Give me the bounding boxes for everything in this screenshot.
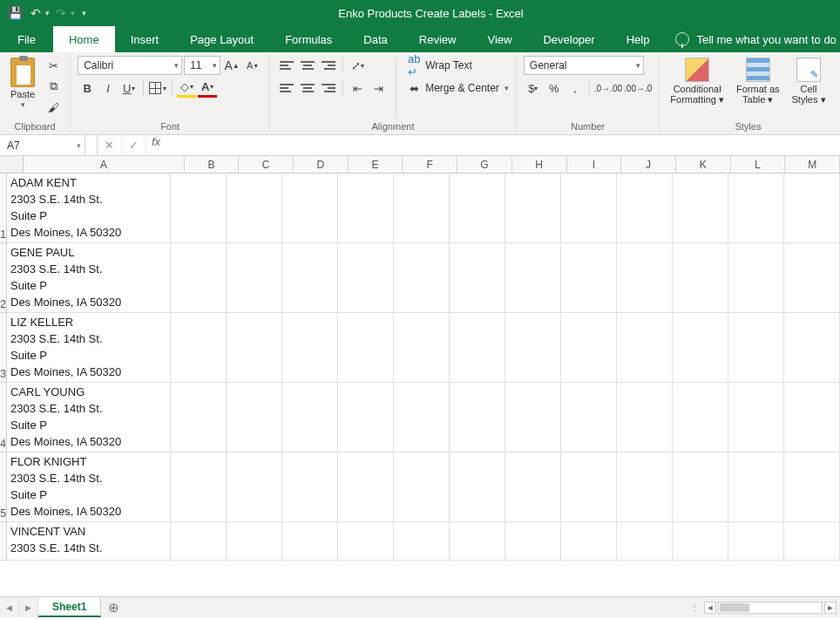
column-header-K[interactable]: K: [676, 156, 731, 173]
cell[interactable]: [673, 522, 728, 560]
cell[interactable]: [282, 313, 338, 382]
cell[interactable]: [561, 313, 617, 382]
cell[interactable]: [450, 173, 505, 242]
font-name-select[interactable]: Calibri: [78, 56, 182, 75]
cell[interactable]: [617, 243, 673, 312]
paste-button[interactable]: Paste ▾: [7, 56, 38, 112]
cell[interactable]: [728, 383, 784, 452]
tab-help[interactable]: Help: [611, 26, 666, 52]
cancel-formula-button[interactable]: ✕: [98, 135, 122, 155]
cell[interactable]: [171, 383, 227, 452]
cell[interactable]: [227, 452, 282, 521]
cell[interactable]: [338, 313, 394, 382]
cell[interactable]: [728, 452, 784, 521]
cell[interactable]: [338, 452, 394, 521]
cell[interactable]: [728, 173, 784, 242]
merge-center-button[interactable]: ⬌ Merge & Center ▾: [404, 78, 509, 98]
cell[interactable]: CARL YOUNG 2303 S.E. 14th St. Suite P De…: [7, 383, 171, 452]
undo-icon[interactable]: ↶: [26, 3, 45, 23]
column-header-F[interactable]: F: [403, 156, 457, 173]
cell[interactable]: [505, 243, 561, 312]
add-sheet-button[interactable]: ⊕: [101, 597, 125, 617]
cell[interactable]: [338, 383, 394, 452]
align-middle-button[interactable]: [298, 56, 317, 75]
cell-styles-button[interactable]: ✎ CellStyles ▾: [789, 56, 830, 106]
tab-page-layout[interactable]: Page Layout: [174, 26, 269, 52]
cell[interactable]: [227, 173, 282, 242]
cell[interactable]: [394, 383, 450, 452]
tab-insert[interactable]: Insert: [115, 26, 175, 52]
tab-home[interactable]: Home: [53, 26, 115, 52]
sheet-nav-next[interactable]: ►: [19, 597, 38, 617]
column-header-B[interactable]: B: [185, 156, 240, 173]
scroll-left-button[interactable]: ◄: [704, 602, 716, 614]
cell[interactable]: [282, 522, 338, 560]
cell[interactable]: [450, 243, 505, 312]
cell[interactable]: [227, 243, 282, 312]
cell[interactable]: [450, 313, 505, 382]
conditional-formatting-button[interactable]: ConditionalFormatting ▾: [667, 56, 728, 106]
cell[interactable]: [171, 243, 227, 312]
cell[interactable]: [338, 173, 394, 242]
increase-indent-button[interactable]: ⇥: [369, 78, 388, 98]
cell[interactable]: [394, 173, 450, 242]
cell[interactable]: [282, 173, 338, 242]
cell[interactable]: [450, 522, 505, 560]
cell[interactable]: [561, 243, 617, 312]
cell[interactable]: [784, 522, 840, 560]
borders-button[interactable]: ▾: [148, 78, 167, 98]
fill-color-button[interactable]: ◇▾: [177, 78, 196, 98]
column-header-A[interactable]: A: [24, 156, 184, 173]
format-as-table-button[interactable]: Format asTable ▾: [733, 56, 783, 106]
cell[interactable]: ADAM KENT 2303 S.E. 14th St. Suite P Des…: [7, 173, 171, 242]
row-header[interactable]: 1: [0, 173, 7, 243]
cell[interactable]: FLOR KNIGHT 2303 S.E. 14th St. Suite P D…: [7, 452, 171, 521]
orientation-button[interactable]: ⤢▾: [348, 56, 367, 75]
cell[interactable]: [171, 522, 227, 560]
cell[interactable]: [227, 522, 282, 560]
italic-button[interactable]: I: [98, 78, 118, 98]
tab-file[interactable]: File: [0, 26, 53, 52]
tell-me[interactable]: Tell me what you want to do: [675, 26, 836, 52]
cell[interactable]: [561, 522, 617, 560]
cell[interactable]: [282, 452, 338, 521]
select-all-corner[interactable]: [0, 156, 24, 173]
cell[interactable]: [784, 313, 840, 382]
cell[interactable]: [728, 522, 784, 560]
fx-icon[interactable]: fx: [146, 135, 166, 155]
cell[interactable]: [227, 383, 282, 452]
currency-button[interactable]: $▾: [524, 78, 543, 98]
cell[interactable]: [505, 313, 561, 382]
column-header-J[interactable]: J: [621, 156, 676, 173]
cell[interactable]: [394, 313, 450, 382]
copy-button[interactable]: ⧉: [44, 77, 63, 96]
cell[interactable]: [728, 313, 784, 382]
decrease-indent-button[interactable]: ⇤: [348, 78, 367, 98]
spreadsheet-grid[interactable]: ABCDEFGHIJKLM 12345 ADAM KENT 2303 S.E. …: [0, 156, 840, 596]
column-header-H[interactable]: H: [512, 156, 567, 173]
tab-data[interactable]: Data: [348, 26, 403, 52]
sheet-tab-sheet1[interactable]: Sheet1: [38, 597, 101, 617]
row-header[interactable]: 4: [0, 383, 7, 452]
cell[interactable]: GENE PAUL 2303 S.E. 14th St. Suite P Des…: [7, 243, 171, 312]
cell[interactable]: [728, 243, 784, 312]
row-header[interactable]: 3: [0, 313, 7, 383]
cell[interactable]: [673, 383, 728, 452]
cell[interactable]: [171, 173, 227, 242]
cell[interactable]: [617, 313, 673, 382]
font-size-select[interactable]: 11: [184, 56, 220, 75]
font-color-button[interactable]: A▾: [198, 78, 217, 98]
row-header[interactable]: 2: [0, 243, 7, 313]
cell[interactable]: [784, 452, 840, 521]
cell[interactable]: [784, 383, 840, 452]
column-header-I[interactable]: I: [567, 156, 622, 173]
cell[interactable]: [282, 243, 338, 312]
customize-qat-icon[interactable]: ▾: [82, 9, 86, 17]
cell[interactable]: [171, 452, 227, 521]
cell[interactable]: [673, 243, 728, 312]
cell[interactable]: [673, 313, 728, 382]
wrap-text-button[interactable]: ab↵ Wrap Text: [404, 56, 509, 75]
row-header[interactable]: [0, 522, 7, 561]
format-painter-button[interactable]: 🖌: [44, 98, 63, 117]
tab-formulas[interactable]: Formulas: [269, 26, 348, 52]
